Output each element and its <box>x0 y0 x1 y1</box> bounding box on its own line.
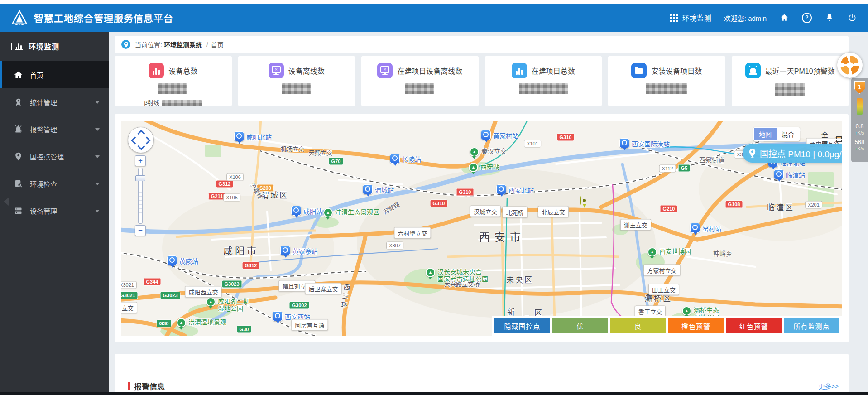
park-pin-icon: ▲ <box>206 297 216 307</box>
station-marker[interactable]: 临潼站 <box>774 169 805 179</box>
zoom-in-button[interactable]: + <box>135 155 146 166</box>
monitor-x-icon <box>377 63 393 78</box>
place-label: 西安湖 <box>480 163 499 170</box>
station-marker[interactable]: 长陵站 <box>390 154 421 164</box>
stat-card-project-device-offline: 在建项目设备离线数 <box>361 56 479 106</box>
masked-value <box>646 83 687 94</box>
home-icon <box>14 70 23 80</box>
place-marker[interactable]: ▲沣渭生态景观区 <box>323 208 379 217</box>
top-gap <box>0 0 868 4</box>
station-marker[interactable]: 西安北站 <box>496 184 534 194</box>
siren-icon <box>14 125 23 134</box>
road-shield: X201 <box>805 201 822 209</box>
station-marker[interactable]: 咸阳北站 <box>234 131 272 141</box>
red-warning-button[interactable]: 红色预警 <box>726 318 782 333</box>
station-label: 西安北站 <box>508 185 534 194</box>
map-type-map-button[interactable]: 地图 <box>754 128 777 140</box>
station-marker[interactable]: 黄家村站 <box>481 130 518 140</box>
pan-down-arrow-icon[interactable] <box>138 143 145 150</box>
main-content: 当前位置: 环境监测系统 / 首页 设备总数β射线设备离线数在建项目设备离线数在… <box>109 32 868 392</box>
spiral-icon <box>840 56 859 75</box>
sidebar-collapse-handle[interactable] <box>4 198 9 206</box>
place-marker[interactable]: ▲秦汉立交 <box>470 147 507 157</box>
map-type-hybrid-button[interactable]: 混合 <box>777 128 799 140</box>
shield-badge[interactable]: 1 <box>854 81 865 94</box>
speed-monitor-rail[interactable]: 1 0.8 ↑K/s 568 ↓K/s <box>851 78 868 162</box>
zoom-slider-track[interactable] <box>138 168 143 224</box>
station-marker[interactable]: 咸阳站 <box>291 206 322 216</box>
browser-extension-spiral-button[interactable] <box>837 53 863 78</box>
excellent-button[interactable]: 优 <box>552 318 608 333</box>
sidebar-title: 环境监测 <box>0 32 109 61</box>
rail-station-icon <box>234 131 244 141</box>
pan-left-arrow-icon[interactable] <box>131 137 139 145</box>
road-shield: G108 <box>725 201 743 208</box>
map-label: 韩峪乡 <box>713 249 732 258</box>
place-marker[interactable]: ▲涝渭湿地景观 <box>177 318 226 328</box>
username: admin <box>748 14 767 22</box>
chevron-down-icon <box>95 101 100 104</box>
notifications-button[interactable] <box>825 13 834 23</box>
place-marker[interactable]: ▲西安湖 <box>469 163 499 172</box>
station-marker[interactable]: 黄家寨站 <box>280 246 318 255</box>
road-shield: G310 <box>456 188 474 196</box>
masked-value <box>405 83 434 94</box>
zoom-slider-handle[interactable] <box>135 175 145 181</box>
location-pin-icon <box>121 40 130 49</box>
logout-button[interactable] <box>847 13 857 23</box>
place-marker[interactable]: ▲西安世博园 <box>647 247 691 257</box>
map-label: 未央区 <box>506 274 533 285</box>
home-button[interactable] <box>779 13 789 23</box>
breadcrumb-system[interactable]: 环境监测系统 <box>164 40 202 49</box>
orange-warning-button[interactable]: 橙色预警 <box>668 318 724 333</box>
map-canvas[interactable]: 咸阳北站黄家村站西安国际港站临潼北站临潼站长陵站渭城站西安北站窑村站咸阳站黄家寨… <box>121 121 842 336</box>
road-shield: G312 <box>242 262 260 270</box>
sidebar-item-label: 首页 <box>30 70 43 80</box>
sidebar-item-national-control[interactable]: 国控点管理 <box>0 143 109 170</box>
bar-chart-icon <box>149 63 164 78</box>
bar-chart-icon <box>512 63 527 78</box>
station-marker[interactable]: 窑村站 <box>690 223 721 233</box>
map-pan-control[interactable] <box>128 127 154 153</box>
all-monitor-points-button[interactable]: 所有监测点 <box>784 318 839 333</box>
bottom-edge-bar <box>0 392 868 395</box>
park-pin-icon: ▲ <box>323 208 333 217</box>
sidebar-item-device[interactable]: 设备管理 <box>0 197 109 224</box>
stat-card-label: 最近一天PM10预警数 <box>765 65 835 76</box>
help-button[interactable]: ? <box>802 13 812 23</box>
sidebar-item-label: 环境检查 <box>30 179 57 188</box>
pan-up-arrow-icon[interactable] <box>138 130 145 138</box>
national-control-pm10-pin[interactable] <box>580 197 590 210</box>
map-label: 机场立交 <box>281 144 304 153</box>
station-label: 黄家寨站 <box>293 246 318 255</box>
map-label: 汉城立交 <box>470 206 501 217</box>
sidebar-item-home[interactable]: 首页 <box>0 61 109 88</box>
national-control-pm10-tooltip[interactable]: 国控点 PM10 | 0.0μg/m3 <box>743 144 842 163</box>
park-pin-icon: ▲ <box>469 163 478 172</box>
road-shield: X105 <box>223 194 240 202</box>
good-button[interactable]: 良 <box>610 318 666 333</box>
section-accent-bar <box>128 382 130 390</box>
sidebar: 环境监测 首页统计管理报警管理国控点管理环境检查设备管理 <box>0 32 109 392</box>
park-pin-icon: ▲ <box>177 318 186 328</box>
sidebar-item-alarm[interactable]: 报警管理 <box>0 116 109 143</box>
sidebar-item-label: 国控点管理 <box>30 152 64 161</box>
more-link[interactable]: 更多>> <box>819 381 839 390</box>
station-marker[interactable]: 西安国际港站 <box>619 138 670 148</box>
breadcrumb-current[interactable]: 首页 <box>211 40 224 49</box>
road-shield: X106 <box>226 173 244 181</box>
station-marker[interactable]: 渭城站 <box>363 184 394 194</box>
place-marker[interactable]: ▲咸阳湖二期湿地公园 <box>206 297 249 312</box>
zoom-out-button[interactable]: − <box>135 225 146 236</box>
hide-national-points-button[interactable]: 隐藏国控点 <box>494 318 550 333</box>
app-switcher[interactable]: 环境监测 <box>670 12 711 23</box>
masked-subtitle-value <box>162 100 202 106</box>
station-marker[interactable]: 茂陵站 <box>167 255 198 265</box>
road-shield: G3023 <box>221 280 242 288</box>
road-shield: G210 <box>660 205 678 213</box>
map-zoom-control: + − <box>135 155 147 236</box>
sidebar-item-env-inspection[interactable]: 环境检查 <box>0 170 109 197</box>
pan-right-arrow-icon[interactable] <box>143 137 151 145</box>
sidebar-item-statistics[interactable]: 统计管理 <box>0 88 109 116</box>
map-label: 咸阳西立交 <box>185 286 221 298</box>
